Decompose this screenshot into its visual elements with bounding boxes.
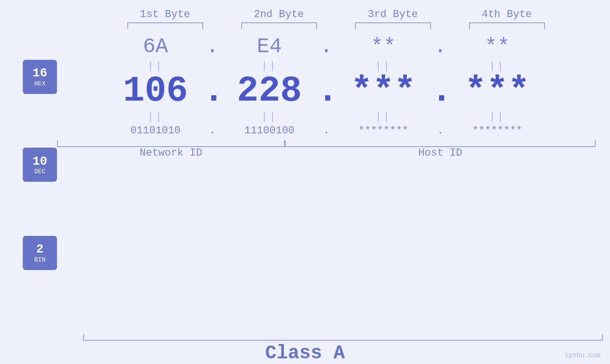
- eq5: ||: [108, 111, 203, 123]
- eq6: ||: [222, 111, 317, 123]
- dec-b2: 228: [222, 73, 317, 109]
- dec-dot2: .: [317, 73, 336, 109]
- byte2-label: 2nd Byte: [232, 9, 327, 20]
- dec-dot1: .: [203, 73, 222, 109]
- bin-b4: ********: [450, 125, 545, 137]
- hex-b3: **: [336, 35, 431, 58]
- hex-dot1: .: [203, 35, 222, 58]
- values-area: 6A . E4 . ** . ** || || || || 106: [57, 33, 610, 335]
- bin-dot1: .: [203, 125, 222, 137]
- hex-dot3: .: [431, 35, 450, 58]
- eq7: ||: [336, 111, 431, 123]
- bin-b1: 01101010: [108, 125, 203, 137]
- eq8: ||: [450, 111, 545, 123]
- dec-badge: 10 DEC: [23, 148, 57, 182]
- bottom-brackets: Network ID Host ID: [57, 140, 596, 159]
- dec-b3: ***: [336, 73, 431, 109]
- hex-dot2: .: [317, 35, 336, 58]
- byte1-label: 1st Byte: [118, 9, 213, 20]
- hex-row: 6A . E4 . ** . **: [57, 35, 596, 58]
- bin-dot3: .: [431, 125, 450, 137]
- dec-dot3: .: [431, 73, 450, 109]
- hex-b2: E4: [222, 35, 317, 58]
- bin-b2: 11100100: [222, 125, 317, 137]
- content-area: 16 HEX 10 DEC 2 BIN 6A . E4 . ** . **: [0, 33, 610, 335]
- host-id-label: Host ID: [285, 147, 596, 159]
- bin-b3: ********: [336, 125, 431, 137]
- byte3-label: 3rd Byte: [346, 9, 441, 20]
- hex-badge-number: 16: [32, 66, 47, 80]
- bin-badge-number: 2: [36, 243, 44, 256]
- bin-dot2: .: [317, 125, 336, 137]
- bin-badge-label: BIN: [34, 256, 45, 263]
- hex-b4: **: [450, 35, 545, 58]
- hex-badge: 16 HEX: [23, 60, 57, 94]
- class-label: Class A: [265, 343, 345, 364]
- byte-headers: 1st Byte 2nd Byte 3rd Byte 4th Byte: [0, 9, 610, 20]
- hex-b1: 6A: [108, 35, 203, 58]
- byte4-label: 4th Byte: [460, 9, 554, 20]
- main-container: 1st Byte 2nd Byte 3rd Byte 4th Byte 16 H…: [0, 0, 610, 364]
- top-brackets: [0, 22, 610, 29]
- bin-badge: 2 BIN: [23, 236, 57, 270]
- dec-row: 106 . 228 . *** . ***: [57, 73, 596, 109]
- dec-b1: 106: [108, 73, 203, 109]
- outer-bracket: [83, 334, 603, 341]
- badges-column: 16 HEX 10 DEC 2 BIN: [0, 33, 57, 335]
- dec-b4: ***: [450, 73, 545, 109]
- equals-row-2: || || || ||: [57, 111, 596, 123]
- bin-row: 01101010 . 11100100 . ******** . *******…: [57, 125, 596, 137]
- dec-badge-label: DEC: [34, 168, 45, 175]
- dec-badge-number: 10: [32, 155, 47, 168]
- network-id-label: Network ID: [57, 147, 285, 159]
- hex-badge-label: HEX: [34, 80, 45, 87]
- watermark: ipshu.com: [564, 352, 601, 359]
